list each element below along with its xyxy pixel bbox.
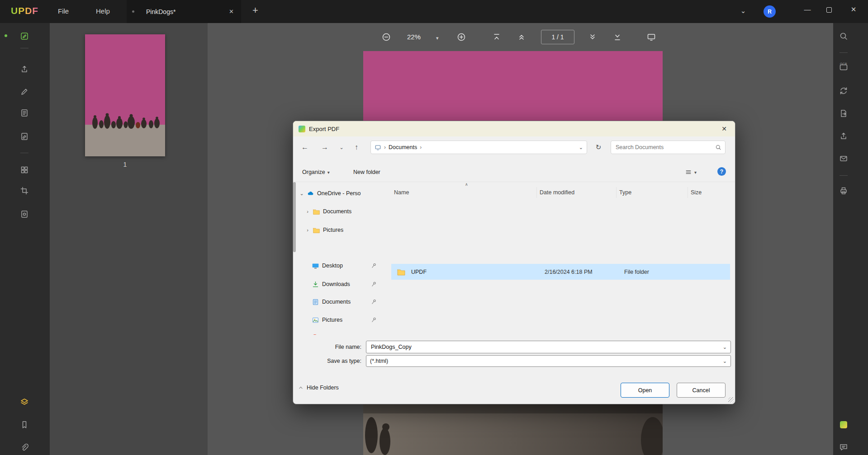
app-window: UPDF File Help PinkDogs* ✕ + ⌄ R — ✕ bbox=[0, 0, 868, 455]
help-icon[interactable]: ? bbox=[717, 167, 726, 176]
tree-item-label: Downloads bbox=[322, 281, 350, 287]
tree-item-documents-pinned[interactable]: Documents bbox=[312, 296, 377, 308]
chevron-right-icon: › bbox=[305, 209, 310, 214]
attachment-icon[interactable] bbox=[16, 439, 33, 455]
hide-folders-button[interactable]: Hide Folders bbox=[298, 385, 339, 391]
file-row-updf[interactable]: UPDF 2/16/2024 6:18 PM File folder bbox=[391, 264, 730, 280]
tree-item-documents[interactable]: › Documents bbox=[305, 205, 351, 218]
tree-item-partial[interactable] bbox=[312, 331, 318, 335]
resize-grip[interactable] bbox=[728, 397, 734, 403]
watermark-icon[interactable] bbox=[16, 206, 33, 222]
cancel-button[interactable]: Cancel bbox=[677, 383, 726, 398]
presentation-icon[interactable] bbox=[643, 29, 659, 45]
chevron-down-icon: ▾ bbox=[327, 170, 330, 175]
document-tab[interactable]: PinkDogs* ✕ bbox=[127, 0, 241, 23]
organize-pages-icon[interactable] bbox=[16, 162, 33, 178]
recent-locations-icon[interactable]: ⌄ bbox=[335, 141, 348, 154]
chevron-down-icon[interactable]: ⌄ bbox=[723, 344, 727, 350]
zoom-in-button[interactable] bbox=[453, 29, 470, 45]
menu-file[interactable]: File bbox=[58, 7, 69, 15]
tab-close-icon[interactable]: ✕ bbox=[227, 6, 236, 17]
crop-page-icon[interactable] bbox=[16, 183, 33, 199]
file-name-input[interactable] bbox=[370, 343, 723, 351]
minimize-button[interactable]: — bbox=[801, 5, 814, 13]
up-button[interactable]: ↑ bbox=[350, 141, 363, 154]
dialog-close-icon[interactable]: ✕ bbox=[719, 124, 730, 133]
chevron-down-icon: ⌄ bbox=[299, 191, 304, 197]
stickers-icon[interactable] bbox=[835, 417, 852, 433]
share-icon[interactable] bbox=[16, 61, 33, 77]
convert-icon[interactable] bbox=[835, 83, 852, 99]
search-input[interactable] bbox=[615, 144, 715, 151]
pin-icon bbox=[371, 263, 377, 269]
comment-panel-icon[interactable] bbox=[16, 28, 33, 44]
view-options-button[interactable]: ▾ bbox=[682, 166, 699, 178]
print-icon[interactable] bbox=[835, 183, 852, 199]
share-doc-icon[interactable] bbox=[835, 128, 852, 144]
email-icon[interactable] bbox=[835, 150, 852, 167]
tree-item-pictures-pinned[interactable]: Pictures bbox=[312, 314, 377, 326]
zoom-dropdown-icon[interactable]: ▾ bbox=[436, 35, 439, 41]
divider bbox=[840, 175, 848, 176]
edit-pencil-icon[interactable] bbox=[16, 84, 33, 100]
tree-item-downloads[interactable]: Downloads bbox=[312, 278, 377, 291]
tree-scrollbar[interactable] bbox=[293, 182, 296, 252]
file-browser-content: ⌄ OneDrive - Perso › Documents › Picture… bbox=[293, 182, 735, 335]
tree-item-onedrive[interactable]: ⌄ OneDrive - Perso bbox=[299, 187, 361, 200]
layers-icon[interactable] bbox=[16, 394, 33, 410]
divider bbox=[20, 48, 28, 48]
maximize-button[interactable] bbox=[822, 6, 836, 14]
page-thumbnail[interactable] bbox=[85, 34, 165, 156]
tree-item-pictures[interactable]: › Pictures bbox=[305, 224, 343, 236]
folder-icon bbox=[397, 267, 406, 277]
title-bar: UPDF File Help PinkDogs* ✕ + ⌄ R — ✕ bbox=[0, 0, 868, 23]
new-tab-button[interactable]: + bbox=[252, 5, 258, 16]
search-icon[interactable] bbox=[835, 28, 852, 44]
zoom-out-button[interactable] bbox=[378, 29, 394, 45]
chevron-down-icon: ▾ bbox=[694, 170, 697, 175]
save-type-value: (*.html) bbox=[370, 358, 723, 364]
close-button[interactable]: ✕ bbox=[847, 5, 860, 14]
forward-button[interactable]: → bbox=[318, 141, 332, 154]
organize-button[interactable]: Organize ▾ bbox=[299, 166, 332, 178]
column-label: Name bbox=[394, 189, 409, 196]
notes-icon[interactable] bbox=[835, 439, 852, 455]
avatar[interactable]: R bbox=[764, 5, 776, 18]
menu-help[interactable]: Help bbox=[96, 7, 110, 15]
refresh-icon[interactable]: ↻ bbox=[592, 141, 605, 154]
breadcrumb[interactable]: › Documents › ⌄ bbox=[370, 141, 587, 154]
chevron-down-icon[interactable]: ⌄ bbox=[736, 7, 750, 15]
breadcrumb-segment-documents[interactable]: Documents bbox=[389, 144, 417, 150]
previous-page-button[interactable] bbox=[513, 29, 530, 45]
fill-sign-icon[interactable] bbox=[16, 128, 33, 145]
tree-item-desktop[interactable]: Desktop bbox=[312, 259, 377, 272]
tree-item-label: Desktop bbox=[322, 263, 343, 269]
pin-icon bbox=[371, 281, 377, 287]
column-header-date-modified[interactable]: Date modified bbox=[537, 187, 617, 198]
last-page-button[interactable] bbox=[609, 29, 626, 45]
export-pdf-dialog: Export PDF ✕ ← → ⌄ ↑ › Documents › ⌄ ↻ O… bbox=[293, 121, 735, 404]
pin-icon bbox=[371, 299, 377, 305]
search-box[interactable] bbox=[611, 141, 726, 154]
hide-folders-label: Hide Folders bbox=[307, 385, 339, 391]
dialog-title-bar[interactable]: Export PDF ✕ bbox=[293, 121, 735, 136]
page-indicator[interactable]: 1 / 1 bbox=[541, 30, 574, 44]
new-folder-button[interactable]: New folder bbox=[351, 166, 383, 178]
column-header-name[interactable]: Name bbox=[391, 187, 537, 198]
file-name-label: File name: bbox=[303, 344, 361, 350]
ocr-icon[interactable]: OCR bbox=[835, 59, 852, 75]
first-page-button[interactable] bbox=[489, 29, 505, 45]
next-page-button[interactable] bbox=[584, 29, 601, 45]
chevron-down-icon[interactable]: ⌄ bbox=[723, 358, 727, 364]
file-name-combo[interactable]: ⌄ bbox=[366, 341, 731, 353]
export-pdf-icon[interactable] bbox=[835, 105, 852, 122]
breadcrumb-dropdown-icon[interactable]: ⌄ bbox=[579, 145, 583, 150]
back-button[interactable]: ← bbox=[298, 141, 312, 154]
column-header-size[interactable]: Size bbox=[688, 187, 730, 198]
bookmark-icon[interactable] bbox=[16, 417, 33, 433]
tab-title: PinkDogs* bbox=[146, 8, 227, 15]
open-button[interactable]: Open bbox=[621, 383, 669, 398]
read-mode-icon[interactable] bbox=[16, 105, 33, 121]
save-type-select[interactable]: (*.html) ⌄ bbox=[366, 355, 731, 367]
column-header-type[interactable]: Type bbox=[617, 187, 688, 198]
